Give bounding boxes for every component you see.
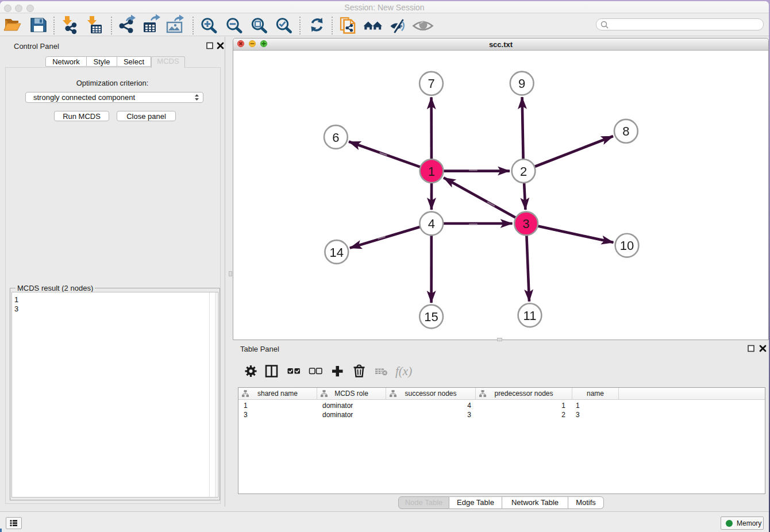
svg-text:9: 9 [518,76,525,91]
svg-text:14: 14 [330,245,344,260]
svg-text:f(x): f(x) [395,364,412,378]
svg-text:1: 1 [428,164,435,179]
svg-text:7: 7 [428,76,434,91]
svg-text:6: 6 [332,130,339,145]
svg-text:11: 11 [523,309,537,323]
svg-text:3: 3 [522,217,529,231]
svg-text:2: 2 [520,164,527,179]
svg-text:8: 8 [622,124,629,138]
svg-text:10: 10 [620,238,634,253]
svg-text:15: 15 [424,310,438,324]
svg-text:4: 4 [428,217,435,231]
